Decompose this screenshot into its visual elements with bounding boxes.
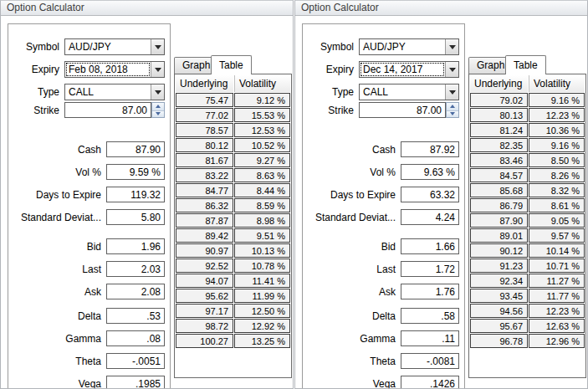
days-to-expire-input[interactable]: [401, 187, 459, 202]
table-cell[interactable]: 96.78: [470, 334, 528, 348]
table-cell[interactable]: 15.53 %: [234, 108, 290, 122]
table-cell[interactable]: 10.52 %: [234, 138, 290, 152]
table-row[interactable]: 95.6211.99 %: [176, 289, 290, 303]
table-cell[interactable]: 10.14 %: [529, 243, 585, 258]
table-row[interactable]: 92.5210.78 %: [176, 258, 290, 273]
table-cell[interactable]: 8.59 %: [234, 198, 290, 212]
table-cell[interactable]: 81.67: [176, 153, 233, 167]
table-cell[interactable]: 90.97: [176, 243, 233, 258]
table-cell[interactable]: 10.71 %: [529, 258, 585, 273]
theta-input[interactable]: [106, 353, 165, 369]
table-cell[interactable]: 8.32 %: [529, 183, 585, 197]
spin-down-button[interactable]: [152, 110, 164, 118]
table-cell[interactable]: 89.42: [176, 228, 233, 243]
table-row[interactable]: 93.4511.77 %: [470, 289, 585, 303]
table-row[interactable]: 84.778.44 %: [176, 183, 290, 197]
table-cell[interactable]: 86.79: [470, 198, 528, 212]
table-row[interactable]: 79.029.16 %: [470, 93, 585, 107]
table-cell[interactable]: 83.46: [470, 153, 528, 167]
standard-deviation-input[interactable]: [401, 209, 459, 225]
table-cell[interactable]: 84.57: [470, 168, 528, 182]
column-header-volatility[interactable]: Volatility: [529, 75, 585, 92]
table-cell[interactable]: 9.12 %: [234, 93, 290, 107]
table-cell[interactable]: 8.63 %: [234, 168, 290, 182]
table-cell[interactable]: 98.72: [176, 319, 233, 333]
table-row[interactable]: 98.7212.92 %: [176, 319, 290, 333]
tab-table[interactable]: Table: [211, 55, 252, 74]
table-cell[interactable]: 93.45: [470, 289, 528, 303]
table-row[interactable]: 80.1210.52 %: [176, 138, 290, 152]
standard-deviation-input[interactable]: [106, 209, 165, 225]
vega-input[interactable]: [106, 376, 165, 389]
vega-input[interactable]: [401, 376, 459, 389]
table-cell[interactable]: 12.92 %: [234, 319, 290, 333]
expiry-dropdown-button[interactable]: [151, 62, 164, 77]
table-cell[interactable]: 9.57 %: [529, 228, 585, 243]
table-row[interactable]: 82.359.16 %: [470, 138, 585, 152]
expiry-combobox[interactable]: Dec 14, 2017: [359, 61, 459, 78]
table-cell[interactable]: 87.87: [176, 213, 233, 228]
type-combobox[interactable]: CALL: [359, 84, 459, 100]
table-row[interactable]: 89.429.51 %: [176, 228, 290, 243]
table-cell[interactable]: 83.22: [176, 168, 233, 182]
table-cell[interactable]: 95.67: [470, 319, 528, 333]
type-combobox[interactable]: CALL: [64, 84, 165, 100]
table-cell[interactable]: 81.24: [470, 123, 528, 137]
table-row[interactable]: 83.228.63 %: [176, 168, 290, 182]
table-cell[interactable]: 8.44 %: [234, 183, 290, 197]
table-row[interactable]: 86.328.59 %: [176, 198, 290, 212]
table-cell[interactable]: 11.27 %: [529, 274, 585, 288]
type-dropdown-button[interactable]: [445, 84, 458, 100]
table-cell[interactable]: 11.41 %: [234, 274, 290, 288]
table-cell[interactable]: 11.99 %: [234, 289, 290, 303]
table-cell[interactable]: 87.90: [470, 213, 528, 228]
table-cell[interactable]: 9.51 %: [234, 228, 290, 243]
table-row[interactable]: 86.798.61 %: [470, 198, 585, 212]
strike-input[interactable]: [359, 102, 446, 118]
bid-input[interactable]: [106, 238, 165, 254]
window-titlebar[interactable]: Option Calculator: [295, 1, 587, 16]
cash-input[interactable]: [401, 141, 459, 157]
table-cell[interactable]: 9.16 %: [529, 138, 585, 152]
table-cell[interactable]: 78.57: [176, 123, 233, 137]
table-row[interactable]: 89.019.57 %: [470, 228, 585, 243]
table-row[interactable]: 78.5712.53 %: [176, 123, 290, 137]
theta-input[interactable]: [401, 353, 459, 369]
type-dropdown-button[interactable]: [151, 84, 164, 100]
last-input[interactable]: [106, 261, 165, 277]
table-row[interactable]: 94.0711.41 %: [176, 274, 290, 288]
table-cell[interactable]: 91.23: [470, 258, 528, 273]
table-row[interactable]: 95.6712.63 %: [470, 319, 585, 333]
table-cell[interactable]: 92.34: [470, 274, 528, 288]
table-cell[interactable]: 75.47: [176, 93, 233, 107]
column-header-underlying[interactable]: Underlying: [470, 75, 528, 92]
tab-table[interactable]: Table: [505, 55, 546, 74]
gamma-input[interactable]: [401, 330, 459, 346]
expiry-dropdown-button[interactable]: [445, 62, 458, 77]
table-row[interactable]: 90.9710.13 %: [176, 243, 290, 258]
column-header-volatility[interactable]: Volatility: [234, 75, 290, 92]
bid-input[interactable]: [401, 238, 459, 254]
table-row[interactable]: 81.679.27 %: [176, 153, 290, 167]
gamma-input[interactable]: [106, 330, 165, 346]
table-cell[interactable]: 8.61 %: [529, 198, 585, 212]
table-cell[interactable]: 9.05 %: [529, 213, 585, 228]
table-row[interactable]: 94.5612.23 %: [470, 304, 585, 318]
table-cell[interactable]: 11.77 %: [529, 289, 585, 303]
table-cell[interactable]: 97.17: [176, 304, 233, 318]
ask-input[interactable]: [401, 284, 459, 299]
table-cell[interactable]: 80.12: [176, 138, 233, 152]
symbol-dropdown-button[interactable]: [151, 39, 164, 54]
table-row[interactable]: 83.468.50 %: [470, 153, 585, 167]
table-cell[interactable]: 10.13 %: [234, 243, 290, 258]
table-row[interactable]: 81.2410.36 %: [470, 123, 585, 137]
table-cell[interactable]: 8.98 %: [234, 213, 290, 228]
table-row[interactable]: 87.909.05 %: [470, 213, 585, 228]
symbol-combobox[interactable]: AUD/JPY: [359, 38, 459, 55]
last-input[interactable]: [401, 261, 459, 277]
spin-up-button[interactable]: [447, 103, 458, 110]
table-cell[interactable]: 82.35: [470, 138, 528, 152]
strike-spinner[interactable]: [151, 102, 165, 118]
table-cell[interactable]: 94.07: [176, 274, 233, 288]
table-cell[interactable]: 9.27 %: [234, 153, 290, 167]
